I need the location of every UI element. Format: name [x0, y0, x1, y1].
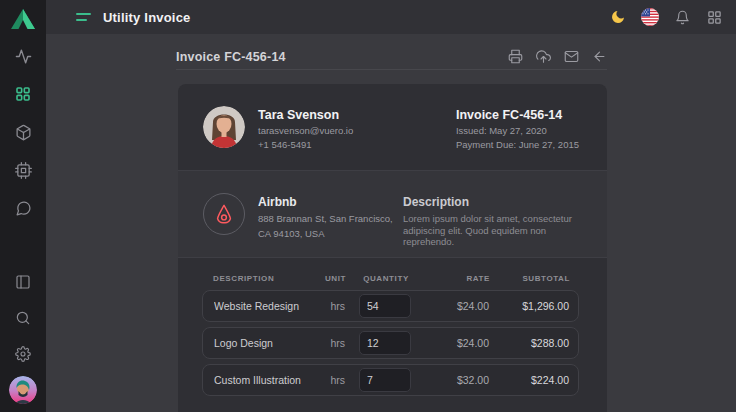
- main-content: Invoice FC-456-14: [46, 34, 736, 412]
- quantity-input[interactable]: [359, 368, 411, 392]
- sidebar-item-activity[interactable]: [0, 37, 46, 75]
- client-email: tarasvenson@vuero.io: [258, 125, 353, 136]
- client-avatar: [203, 106, 245, 148]
- airbnb-icon: [213, 203, 235, 225]
- company-address-line2: CA 94103, USA: [258, 228, 393, 239]
- chat-bubble-icon: [15, 200, 32, 217]
- item-subtotal: $224.00: [503, 374, 569, 386]
- user-avatar[interactable]: [9, 376, 37, 404]
- arrow-left-icon[interactable]: [592, 49, 607, 64]
- company-section: Airbnb 888 Brannan St, San Francisco, CA…: [178, 170, 607, 258]
- notifications-button[interactable]: [673, 8, 691, 26]
- column-header-subtotal: SUBTOTAL: [504, 274, 570, 283]
- dark-mode-toggle[interactable]: [609, 8, 627, 26]
- column-header-rate: RATE: [426, 274, 490, 283]
- page-header: Invoice FC-456-14: [176, 45, 607, 70]
- client-name: Tara Svenson: [258, 108, 353, 122]
- item-subtotal: $1,296.00: [503, 300, 569, 312]
- mail-icon[interactable]: [564, 49, 579, 64]
- activity-icon: [15, 48, 32, 65]
- table-row: Website Redesign hrs $24.00 $1,296.00: [202, 290, 579, 322]
- item-unit: hrs: [315, 374, 345, 386]
- sidebar-item-search[interactable]: [0, 300, 46, 336]
- page-title: Utility Invoice: [103, 10, 191, 25]
- table-row: Custom Illustrations hrs $32.00 $224.00: [202, 364, 579, 396]
- dashboard-grid-icon: [15, 86, 31, 102]
- sidebar-item-settings[interactable]: [0, 336, 46, 372]
- column-header-description: DESCRIPTION: [213, 274, 302, 283]
- item-rate: $24.00: [425, 337, 489, 349]
- item-rate: $24.00: [425, 300, 489, 312]
- quantity-input[interactable]: [359, 294, 411, 318]
- invoice-issued-date: Issued: May 27, 2020: [456, 125, 579, 136]
- printer-icon[interactable]: [508, 49, 523, 64]
- cloud-upload-icon[interactable]: [536, 49, 551, 64]
- description-body: Lorem ipsum dolor sit amet, consectetur …: [403, 213, 579, 248]
- sidebar: [0, 0, 46, 412]
- hamburger-icon[interactable]: [76, 13, 91, 21]
- us-flag-icon: [641, 8, 659, 26]
- bell-icon: [675, 10, 690, 25]
- item-unit: hrs: [315, 337, 345, 349]
- company-info: Airbnb 888 Brannan St, San Francisco, CA…: [258, 193, 393, 257]
- item-description: Website Redesign: [214, 300, 301, 312]
- logo-triangle-icon: [10, 8, 36, 30]
- cpu-icon: [15, 162, 32, 179]
- language-selector[interactable]: [641, 8, 659, 26]
- gear-icon: [15, 346, 31, 362]
- item-rate: $32.00: [425, 374, 489, 386]
- sidebar-item-messages[interactable]: [0, 189, 46, 227]
- quantity-input[interactable]: [359, 331, 411, 355]
- sidebar-item-panels[interactable]: [0, 264, 46, 300]
- sidebar-item-dashboards[interactable]: [0, 75, 46, 113]
- description-block: Description Lorem ipsum dolor sit amet, …: [403, 193, 579, 257]
- invoice-heading: Invoice FC-456-14: [176, 50, 286, 64]
- client-phone: +1 546-5491: [258, 139, 353, 150]
- item-description: Logo Design: [214, 337, 301, 349]
- box-icon: [15, 124, 32, 141]
- invoice-card: Tara Svenson tarasvenson@vuero.io +1 546…: [178, 84, 607, 412]
- panel-icon: [15, 274, 31, 290]
- company-address-line1: 888 Brannan St, San Francisco,: [258, 213, 393, 224]
- company-name: Airbnb: [258, 195, 393, 209]
- apps-grid-icon: [707, 10, 722, 25]
- column-header-quantity: QUANTITY: [360, 274, 412, 283]
- item-unit: hrs: [315, 300, 345, 312]
- table-row: Logo Design hrs $24.00 $288.00: [202, 327, 579, 359]
- invoice-parties-section: Tara Svenson tarasvenson@vuero.io +1 546…: [178, 84, 607, 170]
- column-header-unit: UNIT: [316, 274, 346, 283]
- app-logo[interactable]: [10, 7, 36, 31]
- client-info: Tara Svenson tarasvenson@vuero.io +1 546…: [258, 106, 353, 170]
- description-title: Description: [403, 195, 579, 209]
- moon-icon: [610, 9, 626, 25]
- invoice-number: Invoice FC-456-14: [456, 108, 579, 122]
- invoice-due-date: Payment Due: June 27, 2015: [456, 139, 579, 150]
- item-description: Custom Illustrations: [214, 374, 301, 386]
- line-items-section: DESCRIPTION UNIT QUANTITY RATE SUBTOTAL …: [178, 258, 607, 396]
- company-logo: [203, 193, 245, 235]
- search-icon: [15, 310, 31, 326]
- item-subtotal: $288.00: [503, 337, 569, 349]
- apps-menu-button[interactable]: [705, 8, 723, 26]
- sidebar-item-elements[interactable]: [0, 151, 46, 189]
- invoice-meta: Invoice FC-456-14 Issued: May 27, 2020 P…: [456, 106, 579, 170]
- sidebar-item-components[interactable]: [0, 113, 46, 151]
- sidebar-bottom-group: [0, 264, 46, 412]
- navbar-actions: [609, 8, 736, 26]
- invoice-actions: [508, 49, 607, 66]
- table-header: DESCRIPTION UNIT QUANTITY RATE SUBTOTAL: [202, 274, 579, 290]
- navbar: Utility Invoice: [46, 0, 736, 34]
